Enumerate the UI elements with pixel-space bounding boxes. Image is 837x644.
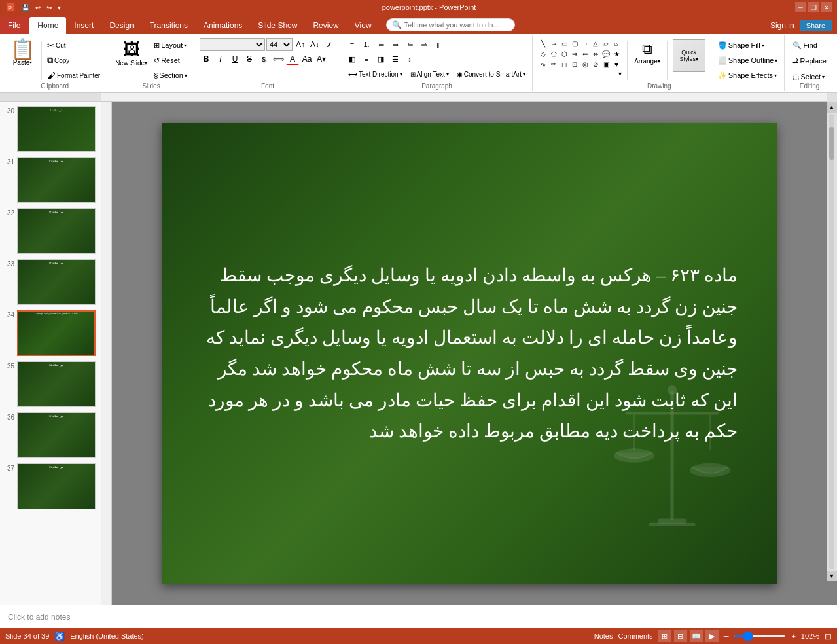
shape-curve[interactable]: ∿: [538, 59, 548, 69]
shape-triangle[interactable]: △: [590, 38, 601, 48]
align-text-btn[interactable]: ⊞ Align Text▾: [408, 67, 452, 81]
scroll-down-btn[interactable]: ▼: [827, 571, 837, 581]
slide-img-32[interactable]: متن اسلاید ۳۲: [17, 208, 96, 254]
bullets-btn[interactable]: ≡: [346, 38, 359, 51]
arrange-button[interactable]: ⧉ Arrange▾: [632, 38, 663, 67]
slide-img-31[interactable]: متن اسلاید ۳۱: [17, 157, 96, 203]
shape-pentagon[interactable]: ⬠: [548, 48, 559, 59]
underline-btn[interactable]: U: [228, 52, 241, 65]
font-name-select[interactable]: [200, 38, 265, 51]
tab-insert[interactable]: Insert: [66, 17, 101, 34]
restore-btn[interactable]: ❐: [808, 2, 819, 12]
numbering-btn[interactable]: 1.: [360, 38, 373, 51]
normal-view-btn[interactable]: ⊞: [658, 630, 671, 642]
shape-no-symbol[interactable]: ⊘: [590, 59, 601, 69]
save-quick-btn[interactable]: 💾: [20, 3, 31, 12]
slideshow-btn[interactable]: ▶: [705, 630, 719, 642]
bold-btn[interactable]: B: [200, 52, 213, 65]
shape-diamond[interactable]: ◇: [538, 48, 548, 59]
text-direction-btn[interactable]: ⟷ Text Direction▾: [346, 67, 405, 81]
cut-button[interactable]: ✂ Cut: [45, 38, 103, 52]
shape-donut[interactable]: ◎: [580, 59, 590, 69]
indent-increase-btn[interactable]: ⇒: [389, 38, 402, 51]
tell-me-box[interactable]: 🔍: [386, 18, 515, 31]
customize-quick-btn[interactable]: ▾: [56, 3, 63, 12]
tab-review[interactable]: Review: [305, 17, 346, 34]
font-color-btn2[interactable]: A▾: [315, 52, 328, 65]
slide-thumb-32[interactable]: 32 متن اسلاید ۳۲: [1, 207, 99, 255]
scroll-thumb-v[interactable]: [829, 127, 834, 160]
slide-thumb-31[interactable]: 31 متن اسلاید ۳۱: [1, 156, 99, 204]
shape-right-arrow[interactable]: ⇒: [569, 48, 580, 59]
slide-img-35[interactable]: متن اسلاید ۳۵: [17, 361, 96, 407]
find-button[interactable]: 🔍 Find: [790, 38, 819, 52]
shape-both-arrow[interactable]: ⇔: [590, 48, 601, 59]
align-center-btn[interactable]: ≡: [360, 52, 373, 65]
shape-outline-button[interactable]: ⬜ Shape Outline▾: [715, 53, 781, 67]
slide-text[interactable]: ماده ۶۲۳ – هرکس به واسطه دادن ادویه یا و…: [162, 234, 777, 473]
shape-left-arrow[interactable]: ⇐: [580, 48, 590, 59]
slide-img-30[interactable]: متن اسلاید ۳۰: [17, 106, 96, 152]
tab-view[interactable]: View: [347, 17, 380, 34]
slide-thumb-33[interactable]: 33 متن اسلاید ۳۳: [1, 258, 99, 306]
close-btn[interactable]: ✕: [821, 2, 832, 12]
tab-file[interactable]: File: [0, 17, 28, 34]
shapes-expand[interactable]: ▾: [538, 70, 623, 77]
shape-freeform[interactable]: ✏: [548, 59, 559, 69]
clear-format-btn[interactable]: ✗: [323, 38, 336, 51]
increase-font-btn[interactable]: A↑: [294, 38, 307, 51]
comments-btn[interactable]: Comments: [618, 632, 652, 640]
shape-cube[interactable]: ◻: [559, 59, 569, 69]
paste-button[interactable]: 📋 Paste▾: [7, 38, 39, 82]
copy-button[interactable]: ⧉ Copy: [45, 53, 103, 67]
minimize-btn[interactable]: ─: [795, 2, 806, 12]
share-button[interactable]: Share: [800, 20, 832, 31]
shadow-btn[interactable]: s: [257, 52, 270, 65]
strikethrough-btn[interactable]: S: [243, 52, 256, 65]
shape-rounded-rect[interactable]: ▢: [569, 38, 580, 48]
shape-plaque[interactable]: ▣: [601, 59, 611, 69]
rtl-text-btn[interactable]: ⇦: [403, 38, 416, 51]
ltr-text-btn[interactable]: ⇨: [418, 38, 431, 51]
tab-home[interactable]: Home: [29, 17, 66, 34]
shape-effects-button[interactable]: ✨ Shape Effects▾: [715, 68, 781, 82]
slide-thumb-35[interactable]: 35 متن اسلاید ۳۵: [1, 360, 99, 408]
shape-arrow[interactable]: →: [548, 38, 559, 48]
text-highlight-btn[interactable]: Aa: [300, 52, 313, 65]
tab-animations[interactable]: Animations: [196, 17, 250, 34]
canvas-wrapper[interactable]: ماده ۶۲۳ – هرکس به واسطه دادن ادویه یا و…: [112, 102, 827, 605]
select-button[interactable]: ⬚ Select▾: [790, 69, 827, 84]
shape-star[interactable]: ★: [611, 48, 622, 59]
shape-bevel[interactable]: ⊡: [569, 59, 580, 69]
fit-to-window-btn[interactable]: ⊡: [825, 632, 832, 641]
reading-view-btn[interactable]: 📖: [690, 630, 703, 642]
slide-thumb-36[interactable]: 36 ★ متن اسلاید ۳۶: [1, 411, 99, 459]
tell-me-input[interactable]: [404, 21, 509, 29]
redo-quick-btn[interactable]: ↪: [45, 3, 54, 12]
slide-thumb-34[interactable]: 34 ★ ماده ۶۲۳ – هرکس به واسطه دادن ادویه…: [1, 309, 99, 357]
scroll-up-btn[interactable]: ▲: [827, 102, 837, 113]
char-spacing-btn[interactable]: ⟺: [272, 52, 285, 65]
shape-line[interactable]: ╲: [538, 38, 548, 48]
shape-callout[interactable]: 💬: [601, 48, 611, 59]
slide-sorter-btn[interactable]: ⊟: [674, 630, 687, 642]
shape-fill-button[interactable]: 🪣 Shape Fill▾: [715, 38, 781, 52]
slide-thumb-30[interactable]: 30 متن اسلاید ۳۰: [1, 105, 99, 153]
italic-btn[interactable]: I: [214, 52, 227, 65]
slide-img-37[interactable]: متن اسلاید ۳۷: [17, 463, 96, 509]
reset-button[interactable]: ↺ Reset: [151, 53, 190, 67]
replace-button[interactable]: ⇄ Replace: [790, 54, 828, 68]
layout-button[interactable]: ⊞ Layout▾: [151, 38, 190, 52]
zoom-slider[interactable]: [734, 635, 786, 637]
columns-btn[interactable]: ⫿: [432, 38, 445, 51]
align-right-btn[interactable]: ◨: [374, 52, 387, 65]
tab-transitions[interactable]: Transitions: [142, 17, 196, 34]
font-color-btn[interactable]: A: [286, 52, 299, 65]
indent-decrease-btn[interactable]: ⇐: [374, 38, 387, 51]
format-painter-button[interactable]: 🖌 Format Painter: [45, 68, 103, 82]
justify-btn[interactable]: ☰: [389, 52, 402, 65]
align-left-btn[interactable]: ◧: [346, 52, 359, 65]
shape-heart[interactable]: ♥: [611, 59, 622, 69]
section-button[interactable]: § Section▾: [151, 68, 190, 82]
shape-parallelogram[interactable]: ▱: [601, 38, 611, 48]
